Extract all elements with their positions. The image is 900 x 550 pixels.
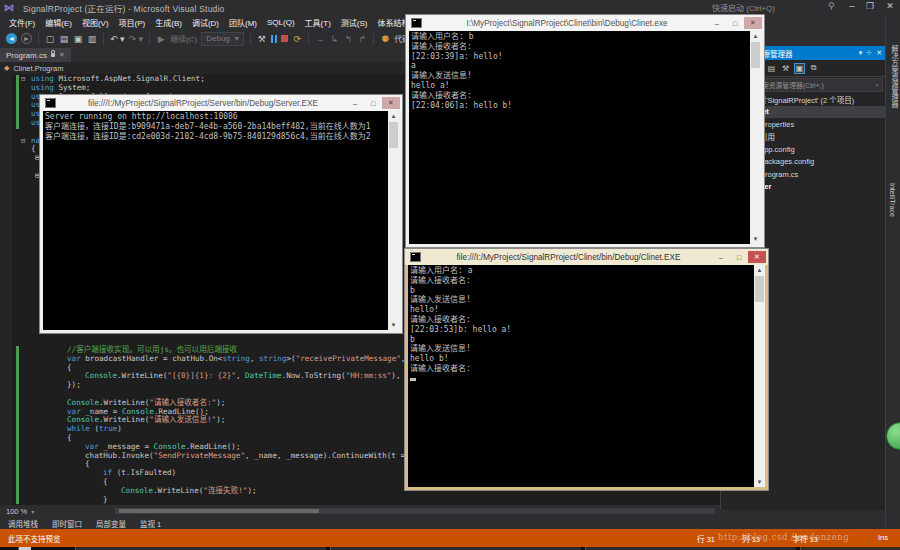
console-minimize-icon[interactable]: –: [346, 97, 364, 109]
tool-window-tab[interactable]: 监视 1: [140, 518, 161, 529]
toolbar-separator: [250, 33, 251, 45]
console-maximize-icon[interactable]: □: [730, 251, 748, 263]
codemap-icon[interactable]: ⚉: [380, 34, 390, 44]
new-window-icon[interactable]: ▢: [45, 34, 55, 44]
scroll-down-icon[interactable]: ▼: [754, 477, 765, 487]
close-button[interactable]: ✕: [882, 1, 898, 11]
save-all-icon[interactable]: ▥: [87, 34, 97, 44]
console-close-icon[interactable]: ✕: [748, 251, 766, 263]
code-token: ): [117, 424, 122, 433]
code-token: "receivePrivateMessage": [296, 354, 401, 363]
console-titlebar[interactable]: file:///I:/MyProject/SignalRProject/Clin…: [405, 249, 768, 265]
window-position-icon[interactable]: ▾: [859, 49, 863, 57]
step-over-icon[interactable]: ↰: [343, 34, 353, 44]
minimize-button[interactable]: –: [844, 1, 860, 11]
continue-label[interactable]: 继续(C): [170, 33, 197, 44]
show-all-files-icon[interactable]: ▣: [795, 64, 804, 73]
pause-all-icon[interactable]: [271, 35, 278, 43]
breadcrumb-path[interactable]: Clinet.Program: [13, 64, 63, 73]
menu-item[interactable]: 工具(T): [300, 16, 336, 29]
scroll-up-icon[interactable]: ▲: [388, 111, 399, 121]
tool-window-tab[interactable]: 即时窗口: [52, 518, 82, 529]
restart-icon[interactable]: ⟳: [292, 34, 302, 44]
console-minimize-icon[interactable]: –: [708, 17, 726, 29]
tool-window-tab[interactable]: 调用堆栈: [8, 518, 38, 529]
undo-icon[interactable]: ↶ ▾: [110, 34, 125, 44]
vertical-tool-tab[interactable]: IntelliTrace: [889, 183, 896, 217]
tab-close-icon[interactable]: ✕: [59, 51, 65, 59]
console-close-icon[interactable]: ✕: [382, 97, 400, 109]
tree-item-label: app.config: [760, 145, 795, 154]
step-into-icon[interactable]: ↳: [329, 34, 339, 44]
menu-item[interactable]: 测试(S): [336, 16, 373, 29]
class-icon: ◆: [4, 64, 9, 72]
save-icon[interactable]: ▣: [73, 34, 83, 44]
code-token: (: [90, 424, 99, 433]
menu-item[interactable]: 视图(V): [77, 16, 114, 29]
zoom-dropdown-icon[interactable]: ▾: [31, 508, 34, 515]
attach-process-icon[interactable]: ⚒: [257, 34, 267, 44]
quick-launch-box[interactable]: 快速启动 (Ctrl+Q): [712, 2, 775, 13]
collapse-all-icon[interactable]: ▤: [767, 64, 776, 73]
console-scrollbar[interactable]: ▲ ▼: [750, 31, 761, 244]
open-file-icon[interactable]: ▤: [59, 34, 69, 44]
scroll-down-icon[interactable]: ▼: [750, 234, 761, 244]
pin-icon[interactable]: ⊹: [866, 49, 872, 57]
tab-program-cs[interactable]: Program.cs ✕: [0, 48, 71, 62]
sync-with-active-icon[interactable]: ⧉: [809, 63, 818, 73]
code-token: if: [103, 468, 112, 477]
scroll-down-icon[interactable]: ▼: [388, 320, 399, 330]
console-titlebar[interactable]: I:\MyProject\SignalRProject\Clinet\bin\D…: [406, 15, 764, 31]
navigate-back-icon[interactable]: ◄: [6, 33, 17, 44]
code-token: string: [222, 354, 249, 363]
console-minimize-icon[interactable]: –: [712, 251, 730, 263]
horizontal-scrollbar[interactable]: [115, 508, 715, 514]
show-next-statement-icon[interactable]: →: [315, 34, 325, 44]
console-titlebar[interactable]: file:///I:/MyProject/SignalRProject/Serv…: [40, 95, 402, 111]
menu-item[interactable]: 项目(P): [114, 16, 151, 29]
maximize-button[interactable]: ❐: [862, 1, 878, 11]
menu-item[interactable]: 文件(F): [4, 16, 40, 29]
console-scrollbar[interactable]: ▲ ▼: [754, 265, 765, 487]
continue-icon[interactable]: ▶: [156, 34, 166, 44]
code-token: System;: [54, 83, 91, 92]
menu-item[interactable]: SQL(Q): [262, 17, 300, 28]
console-close-icon[interactable]: ✕: [744, 17, 762, 29]
menu-item[interactable]: 编辑(E): [40, 16, 77, 29]
server-console-window[interactable]: file:///I:/MyProject/SignalRProject/Serv…: [40, 95, 402, 333]
menu-item[interactable]: 团队(M): [224, 16, 262, 29]
fold-toggle-icon[interactable]: ⊟: [21, 137, 25, 146]
debug-config-combo[interactable]: Debug▾: [201, 32, 244, 46]
feedback-icon[interactable]: ⚲: [828, 1, 835, 11]
vertical-tool-tab[interactable]: 解决方案资源管理器: [889, 45, 899, 108]
scroll-up-icon[interactable]: ▲: [754, 265, 765, 275]
code-token: );: [216, 415, 225, 424]
zoom-level[interactable]: 100 %: [6, 507, 27, 516]
panel-close-icon[interactable]: ✕: [876, 49, 882, 57]
tool-window-tab[interactable]: 局部变量: [96, 518, 126, 529]
client-b-console-window[interactable]: I:\MyProject\SignalRProject\Clinet\bin\D…: [406, 15, 764, 247]
navigate-forward-icon[interactable]: ►: [21, 33, 32, 44]
properties-icon[interactable]: ⚒: [781, 64, 790, 73]
redo-icon[interactable]: ↷ ▾: [129, 34, 144, 44]
console-maximize-icon[interactable]: □: [726, 17, 744, 29]
menu-item[interactable]: 生成(B): [150, 16, 187, 29]
stop-debugging-icon[interactable]: [281, 35, 288, 42]
client-a-console-window[interactable]: file:///I:/MyProject/SignalRProject/Clin…: [405, 249, 768, 490]
vs-logo-icon: ⋈: [4, 2, 17, 13]
console-scrollbar[interactable]: ▲ ▼: [388, 111, 399, 330]
scrollbar-thumb[interactable]: [389, 122, 398, 148]
bottom-tool-tabs: 调用堆栈即时窗口局部变量监视 1: [0, 517, 893, 529]
scrollbar-thumb[interactable]: [755, 276, 764, 302]
console-line: 请输入用户名: b: [411, 32, 748, 42]
menu-item[interactable]: 调试(D): [187, 16, 224, 29]
scroll-up-icon[interactable]: ▲: [750, 31, 761, 41]
step-out-icon[interactable]: ↱: [357, 34, 367, 44]
fold-toggle-icon[interactable]: ⊟: [21, 75, 25, 84]
scrollbar-thumb[interactable]: [119, 509, 319, 513]
console-line: hello!: [410, 305, 752, 315]
console-maximize-icon[interactable]: □: [364, 97, 382, 109]
search-icon[interactable]: ⌕: [875, 81, 879, 89]
code-token: Console: [67, 398, 99, 407]
scrollbar-thumb[interactable]: [751, 42, 760, 68]
